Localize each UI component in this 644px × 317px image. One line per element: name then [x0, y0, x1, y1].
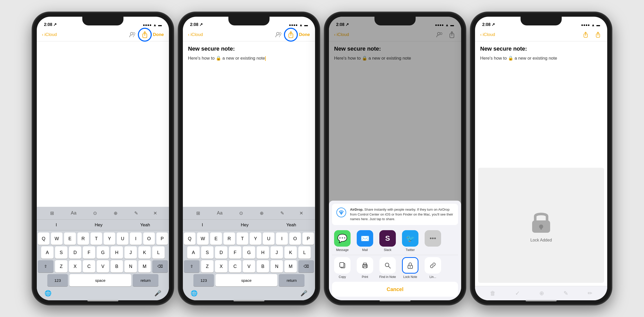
key-t-1[interactable]: T: [91, 232, 102, 245]
people-icon-2[interactable]: [274, 31, 283, 39]
key-k-1[interactable]: K: [138, 246, 151, 259]
close-kb-icon-2[interactable]: ✕: [299, 210, 303, 216]
check-toolbar-4[interactable]: ✓: [515, 290, 520, 297]
key-t-2[interactable]: T: [237, 232, 248, 245]
key-m-1[interactable]: M: [138, 260, 151, 273]
add-icon-1[interactable]: ⊕: [112, 209, 119, 218]
key-c-1[interactable]: C: [83, 260, 95, 273]
pen-toolbar-4[interactable]: ✎: [564, 290, 568, 297]
key-g-2[interactable]: G: [243, 246, 255, 259]
key-v-2[interactable]: V: [243, 260, 255, 273]
key-w-1[interactable]: W: [51, 232, 62, 245]
action-link-3[interactable]: Lin...: [423, 257, 443, 279]
key-n-2[interactable]: N: [271, 260, 283, 273]
trash-icon-4[interactable]: 🗑: [490, 290, 496, 297]
key-k-2[interactable]: K: [284, 246, 297, 259]
suggestion-yeah-1[interactable]: Yeah: [135, 221, 155, 229]
share-icon-wrapper-1[interactable]: [141, 31, 149, 39]
key-l-1[interactable]: L: [152, 246, 165, 259]
app-more-3[interactable]: •••: [423, 230, 443, 252]
check-icon-2[interactable]: ⊙: [238, 209, 245, 218]
key-e-2[interactable]: E: [210, 232, 222, 245]
people-icon-1[interactable]: [128, 31, 137, 39]
suggestion-i-1[interactable]: I: [50, 221, 62, 229]
key-h-1[interactable]: H: [111, 246, 123, 259]
key-shift-2[interactable]: ⇧: [184, 260, 200, 273]
back-button-1[interactable]: ‹ iCloud: [42, 32, 57, 37]
key-q-1[interactable]: Q: [38, 232, 49, 245]
key-return-1[interactable]: return: [133, 274, 158, 286]
mic-icon-1[interactable]: 🎤: [154, 290, 161, 297]
mic-icon-2[interactable]: 🎤: [300, 290, 307, 297]
share-icon-1[interactable]: [141, 31, 149, 39]
key-c-2[interactable]: C: [229, 260, 241, 273]
format-icon-1[interactable]: Aa: [69, 209, 78, 217]
key-h-2[interactable]: H: [257, 246, 269, 259]
key-j-2[interactable]: J: [271, 246, 283, 259]
app-mail-3[interactable]: ✉️ Mail: [355, 230, 375, 252]
share-icon-wrapper-2[interactable]: [287, 31, 295, 39]
key-v-1[interactable]: V: [97, 260, 109, 273]
key-y-2[interactable]: Y: [250, 232, 261, 245]
key-return-2[interactable]: return: [279, 274, 305, 286]
add-icon-2[interactable]: ⊕: [258, 209, 265, 218]
suggestion-i-2[interactable]: I: [196, 221, 208, 229]
key-p-1[interactable]: P: [156, 232, 168, 245]
key-123-1[interactable]: 123: [47, 274, 68, 286]
key-y-1[interactable]: Y: [104, 232, 115, 245]
key-d-2[interactable]: D: [215, 246, 227, 259]
table-icon-2[interactable]: ⊞: [195, 209, 202, 218]
share-icon-4b[interactable]: [594, 31, 602, 39]
close-kb-icon-1[interactable]: ✕: [153, 210, 157, 216]
key-u-2[interactable]: U: [263, 232, 274, 245]
key-n-1[interactable]: N: [124, 260, 137, 273]
app-message-3[interactable]: 💬 Message: [332, 230, 353, 252]
key-u-1[interactable]: U: [117, 232, 128, 245]
action-print-3[interactable]: Print: [355, 257, 375, 279]
key-r-1[interactable]: R: [77, 232, 89, 245]
action-copy-3[interactable]: Copy: [332, 257, 353, 279]
key-f-1[interactable]: F: [83, 246, 95, 259]
suggestion-yeah-2[interactable]: Yeah: [281, 221, 301, 229]
key-o-2[interactable]: O: [289, 232, 301, 245]
add-toolbar-4[interactable]: ⊕: [539, 290, 544, 297]
key-backspace-2[interactable]: ⌫: [298, 260, 314, 273]
key-i-2[interactable]: I: [276, 232, 288, 245]
key-j-1[interactable]: J: [124, 246, 137, 259]
check-icon-1[interactable]: ⊙: [92, 209, 99, 218]
done-button-1[interactable]: Done: [153, 32, 164, 37]
app-slack-3[interactable]: S Slack: [377, 230, 398, 252]
share-icon-4a[interactable]: [582, 31, 590, 39]
key-x-1[interactable]: X: [69, 260, 81, 273]
globe-icon-2[interactable]: 🌐: [191, 290, 198, 297]
share-icon-2[interactable]: [287, 31, 295, 39]
key-b-1[interactable]: B: [111, 260, 123, 273]
app-twitter-3[interactable]: 🐦 Twitter: [400, 230, 421, 252]
key-z-1[interactable]: Z: [55, 260, 67, 273]
compose-toolbar-4[interactable]: ✏: [588, 290, 592, 297]
table-icon-1[interactable]: ⊞: [49, 209, 56, 218]
key-q-2[interactable]: Q: [184, 232, 195, 245]
key-e-1[interactable]: E: [64, 232, 76, 245]
suggestion-hey-1[interactable]: Hey: [90, 221, 108, 229]
key-p-2[interactable]: P: [302, 232, 314, 245]
key-i-1[interactable]: I: [130, 232, 141, 245]
key-m-2[interactable]: M: [284, 260, 297, 273]
key-d-1[interactable]: D: [69, 246, 81, 259]
key-z-2[interactable]: Z: [201, 260, 213, 273]
key-f-2[interactable]: F: [229, 246, 241, 259]
suggestion-hey-2[interactable]: Hey: [236, 221, 254, 229]
key-shift-1[interactable]: ⇧: [38, 260, 53, 273]
key-o-1[interactable]: O: [143, 232, 155, 245]
action-lock-3[interactable]: Lock Note: [400, 257, 421, 279]
key-g-1[interactable]: G: [97, 246, 109, 259]
key-s-1[interactable]: S: [55, 246, 67, 259]
pen-icon-1[interactable]: ✎: [133, 209, 140, 218]
format-icon-2[interactable]: Aa: [215, 209, 224, 217]
done-button-2[interactable]: Done: [299, 32, 310, 37]
action-find-3[interactable]: Find in Note: [377, 257, 398, 279]
key-backspace-1[interactable]: ⌫: [152, 260, 168, 273]
cancel-button-3[interactable]: Cancel: [332, 282, 458, 297]
key-s-2[interactable]: S: [201, 246, 213, 259]
pen-icon-2[interactable]: ✎: [279, 209, 286, 218]
